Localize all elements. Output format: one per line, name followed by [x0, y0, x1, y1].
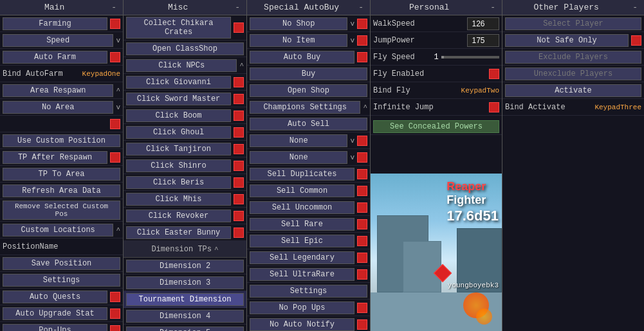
- no-area-button[interactable]: No Area: [3, 101, 113, 114]
- sell-epic-button[interactable]: Sell Epic: [250, 235, 354, 247]
- unexclude-players-row[interactable]: Unexclude Players: [502, 66, 644, 82]
- tp-after-respawn-toggle[interactable]: [110, 152, 120, 163]
- none-1-button[interactable]: None: [250, 134, 347, 147]
- click-ghoul-row[interactable]: Click Ghoul: [124, 124, 246, 141]
- auto-upgrade-stat-toggle[interactable]: [110, 309, 120, 319]
- click-boom-button[interactable]: Click Boom: [126, 109, 231, 122]
- click-mhis-toggle[interactable]: [234, 194, 244, 204]
- sell-uncommon-button[interactable]: Sell Uncommon: [250, 201, 354, 214]
- no-pop-ups-toggle[interactable]: [357, 303, 367, 313]
- pop-ups-button[interactable]: Pop-Ups: [3, 324, 107, 332]
- click-mhis-button[interactable]: Click Mhis: [126, 193, 231, 206]
- auto-quests-row[interactable]: Auto Quests: [0, 289, 123, 305]
- click-tanjiron-button[interactable]: Click Tanjiron: [126, 143, 231, 156]
- click-beris-toggle[interactable]: [234, 177, 244, 188]
- select-player-button[interactable]: Select Player: [505, 17, 641, 30]
- dimension-3-button[interactable]: Dimension 3: [126, 276, 244, 289]
- sell-common-toggle[interactable]: [357, 186, 367, 196]
- no-shop-button[interactable]: No Shop: [250, 17, 347, 30]
- auto-farm-button[interactable]: Auto Farm: [3, 51, 107, 64]
- refresh-area-data-row[interactable]: Refresh Area Data: [0, 183, 123, 199]
- special-minimize-button[interactable]: -: [356, 3, 366, 12]
- settings-button[interactable]: Settings: [3, 274, 120, 287]
- auto-sell-button[interactable]: Auto Sell: [250, 118, 367, 130]
- not-safe-only-toggle[interactable]: [631, 35, 641, 46]
- collect-chikara-crates-button[interactable]: Collect Chikara Crates: [126, 17, 231, 39]
- sell-duplicates-button[interactable]: Sell Duplicates: [250, 168, 354, 181]
- click-tanjiron-row[interactable]: Click Tanjiron: [124, 141, 246, 157]
- remove-selected-custom-pos-row[interactable]: Remove Selected Custom Pos: [0, 199, 123, 222]
- pop-ups-row[interactable]: Pop-Ups: [0, 322, 123, 331]
- no-item-row[interactable]: No Item v: [247, 32, 370, 49]
- click-boom-toggle[interactable]: [234, 111, 244, 121]
- special-settings-row[interactable]: Settings: [247, 283, 370, 300]
- champions-settings-row[interactable]: Champions Settings ^: [247, 99, 370, 116]
- sell-epic-toggle[interactable]: [357, 236, 367, 246]
- sell-duplicates-toggle[interactable]: [357, 169, 367, 179]
- click-npcs-button[interactable]: Click NPCs: [126, 59, 237, 72]
- sell-uncommon-row[interactable]: Sell Uncommon: [247, 199, 370, 216]
- exclude-players-row[interactable]: Exclude Players: [502, 49, 644, 66]
- click-sword-master-toggle[interactable]: [234, 94, 244, 104]
- blank-toggle[interactable]: [110, 119, 120, 129]
- open-shop-button[interactable]: Open Shop: [250, 84, 367, 97]
- dimension-3-row[interactable]: Dimension 3: [124, 274, 246, 291]
- click-sword-master-row[interactable]: Click Sword Master: [124, 91, 246, 107]
- speed-row[interactable]: Speed v: [0, 32, 123, 49]
- sell-ultrarare-toggle[interactable]: [357, 269, 367, 280]
- click-ghoul-button[interactable]: Click Ghoul: [126, 126, 231, 139]
- auto-quests-button[interactable]: Auto Quests: [3, 291, 107, 303]
- click-shinro-button[interactable]: Click Shinro: [126, 159, 231, 172]
- champions-settings-button[interactable]: Champions Settings: [250, 101, 360, 114]
- see-concealed-powers-button[interactable]: See Concealed Powers: [373, 120, 499, 133]
- sell-common-row[interactable]: Sell Common: [247, 183, 370, 199]
- buy-row[interactable]: Buy: [247, 66, 370, 82]
- blank-red-row[interactable]: [0, 116, 123, 132]
- tp-after-respawn-row[interactable]: TP After Respawn: [0, 149, 123, 166]
- sell-rare-row[interactable]: Sell Rare: [247, 216, 370, 233]
- dimension-5-button[interactable]: Dimension 5: [126, 327, 244, 332]
- dimension-5-row[interactable]: Dimension 5: [124, 325, 246, 331]
- not-safe-only-button[interactable]: Not Safe Only: [505, 34, 629, 47]
- speed-button[interactable]: Speed: [3, 34, 113, 47]
- sell-ultrarare-button[interactable]: Sell UltraRare: [250, 268, 354, 281]
- jumppower-input[interactable]: [467, 34, 499, 47]
- no-item-button[interactable]: No Item: [250, 34, 347, 47]
- click-ghoul-toggle[interactable]: [234, 127, 244, 138]
- dimension-2-button[interactable]: Dimension 2: [126, 260, 244, 273]
- no-auto-notify-row[interactable]: No Auto Notify: [247, 316, 370, 331]
- collect-chikara-crates-toggle[interactable]: [234, 22, 244, 33]
- buy-button[interactable]: Buy: [250, 67, 367, 80]
- auto-upgrade-stat-button[interactable]: Auto Upgrade Stat: [3, 307, 107, 320]
- sell-legendary-toggle[interactable]: [357, 253, 367, 263]
- bind-fly-keybind[interactable]: KeypadTwo: [461, 87, 499, 94]
- use-custom-position-row[interactable]: Use Custom Position: [0, 132, 123, 149]
- special-settings-button[interactable]: Settings: [250, 285, 367, 298]
- fly-enabled-toggle[interactable]: [489, 69, 499, 79]
- click-mhis-row[interactable]: Click Mhis: [124, 191, 246, 208]
- refresh-area-data-button[interactable]: Refresh Area Data: [3, 184, 120, 197]
- click-beris-row[interactable]: Click Beris: [124, 174, 246, 191]
- click-giovanni-toggle[interactable]: [234, 77, 244, 87]
- collect-chikara-crates-row[interactable]: Collect Chikara Crates: [124, 15, 246, 40]
- unexclude-players-button[interactable]: Unexclude Players: [505, 67, 641, 80]
- tournament-dimension-row[interactable]: Tournament Dimension: [124, 291, 246, 308]
- click-easter-bunny-toggle[interactable]: [234, 228, 244, 238]
- farming-row[interactable]: Farming: [0, 15, 123, 32]
- tp-after-respawn-button[interactable]: TP After Respawn: [3, 151, 107, 164]
- dimension-4-button[interactable]: Dimension 4: [126, 310, 244, 323]
- dimension-2-row[interactable]: Dimension 2: [124, 258, 246, 274]
- sell-ultrarare-row[interactable]: Sell UltraRare: [247, 266, 370, 283]
- open-classshop-button[interactable]: Open ClassShop: [126, 42, 244, 55]
- auto-upgrade-stat-row[interactable]: Auto Upgrade Stat: [0, 305, 123, 322]
- no-auto-notify-button[interactable]: No Auto Notify: [250, 318, 354, 331]
- save-position-row[interactable]: Save Position: [0, 255, 123, 272]
- click-easter-bunny-row[interactable]: Click Easter Bunny: [124, 224, 246, 241]
- click-shinro-row[interactable]: Click Shinro: [124, 157, 246, 174]
- tp-to-area-button[interactable]: TP To Area: [3, 168, 120, 181]
- custom-locations-button[interactable]: Custom Locations: [3, 224, 113, 237]
- save-position-button[interactable]: Save Position: [3, 257, 120, 270]
- auto-quests-toggle[interactable]: [110, 292, 120, 302]
- bind-activate-keybind[interactable]: KeypadThree: [594, 103, 641, 111]
- click-beris-button[interactable]: Click Beris: [126, 176, 231, 189]
